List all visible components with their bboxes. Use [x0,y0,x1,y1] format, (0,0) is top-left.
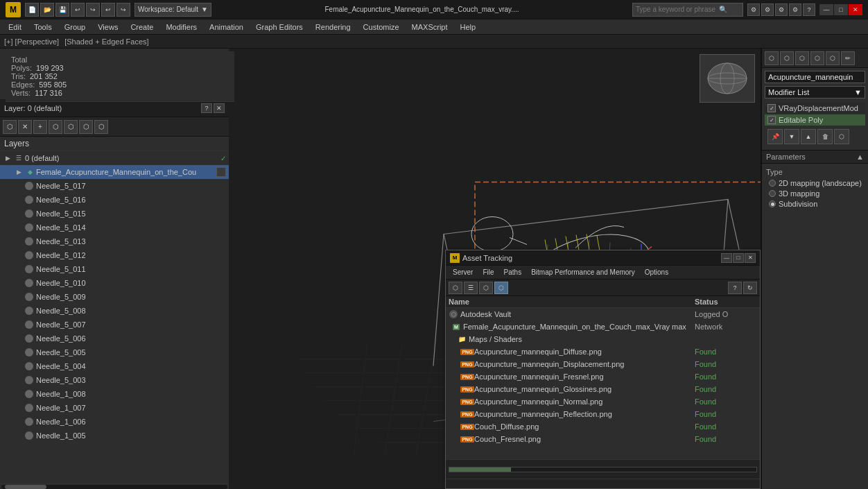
list-item[interactable]: Needle_5_008 [0,304,229,318]
menu-customize[interactable]: Customize [358,20,405,34]
r-icon-2[interactable]: ⬡ [780,51,794,65]
layers-list[interactable]: ▶ ☰ 0 (default) ✓ ▶ ◆ Female_Acupuncture… [0,151,229,483]
icon-3[interactable]: ⚙ [775,3,788,16]
search-box[interactable]: 🔍 [632,3,743,17]
list-item[interactable]: PNG Acupuncture_mannequin_Fresnel.png Fo… [446,370,760,383]
list-item[interactable]: Needle_5_011 [0,262,229,276]
asset-menu-file[interactable]: File [478,267,498,277]
layer-icon-7[interactable]: ⬡ [94,120,108,134]
radio-subdivision[interactable]: Subdivision [766,200,864,208]
list-item[interactable]: Needle_5_014 [0,221,229,234]
asset-tb-refresh[interactable]: ↻ [743,282,757,294]
list-item[interactable]: PNG Acupuncture_mannequin_Glossines.png … [446,383,760,395]
list-item[interactable]: Needle_1_007 [0,401,229,415]
list-item[interactable]: ⬡ Autodesk Vault Logged O [446,308,760,320]
menu-edit[interactable]: Edit [3,20,27,34]
radio-subdivision-circle[interactable] [769,200,776,207]
menu-graph-editors[interactable]: Graph Editors [250,20,309,34]
asset-maximize-btn[interactable]: □ [733,253,744,263]
asset-tb-1[interactable]: ⬡ [449,282,462,294]
icon-1[interactable]: ⚙ [747,3,760,16]
list-item[interactable]: Needle_5_010 [0,276,229,290]
r-icon-4[interactable]: ⬡ [810,51,824,65]
minimize-button[interactable]: — [819,4,833,15]
menu-group[interactable]: Group [59,20,92,34]
r-icon-5[interactable]: ⬡ [826,51,840,65]
workspace-dropdown[interactable]: Workspace: Default ▼ [134,3,211,17]
list-item[interactable]: PNG Acupuncture_mannequin_Reflection.png… [446,408,760,420]
r-icon-3[interactable]: ⬡ [795,51,809,65]
new-btn[interactable]: 📄 [25,3,39,17]
list-item[interactable]: Needle_5_003 [0,373,229,387]
list-item[interactable]: Needle_5_015 [0,207,229,221]
list-item[interactable]: PNG Acupuncture_mannequin_Diffuse.png Fo… [446,345,760,358]
modifier-list-item[interactable]: ✓ VRayDisplacementMod [765,103,865,114]
asset-tb-3[interactable]: ⬡ [479,282,493,294]
close-button[interactable]: ✕ [849,4,862,15]
list-item[interactable]: Needle_1_008 [0,387,229,401]
scroll-track[interactable] [1,485,227,489]
help-btn[interactable]: ? [803,3,815,16]
layer-icon-5[interactable]: ⬡ [64,120,78,134]
list-item[interactable]: Needle_5_017 [0,179,229,193]
radio-2d-circle[interactable] [769,180,776,187]
list-item[interactable]: Needle_5_004 [0,359,229,373]
menu-tools[interactable]: Tools [28,20,58,34]
r-icon-1[interactable]: ⬡ [765,51,779,65]
search-input[interactable] [636,6,719,13]
asset-menu-server[interactable]: Server [449,267,477,277]
radio-3d-circle[interactable] [769,190,776,197]
layer-icon-6[interactable]: ⬡ [79,120,93,134]
menu-rendering[interactable]: Rendering [310,20,356,34]
list-item[interactable]: 📁 Maps / Shaders [446,333,760,345]
asset-tb-help[interactable]: ? [728,282,742,294]
asset-menu-options[interactable]: Options [641,267,672,277]
viewport[interactable]: M Asset Tracking — □ ✕ Server File Paths… [229,49,761,489]
radio-3d[interactable]: 3D mapping [766,189,864,198]
layer-add-btn[interactable]: + [33,120,47,134]
open-btn[interactable]: 📂 [40,3,54,17]
list-item[interactable]: Needle_5_006 [0,332,229,345]
list-item[interactable]: PNG Couch_Diffuse.png Found [446,420,760,433]
layer-icon-1[interactable]: ⬡ [3,120,17,134]
layers-help-btn[interactable]: ? [201,103,212,113]
layer-vis-toggle[interactable] [216,167,226,177]
layer-delete-btn[interactable]: ✕ [18,120,32,134]
list-item[interactable]: Needle_5_005 [0,345,229,359]
asset-tb-4[interactable]: ⬡ [494,282,508,294]
asset-close-btn[interactable]: ✕ [745,253,756,263]
redo-btn[interactable]: ↪ [86,3,100,17]
modifier-list-item[interactable]: ✓ Editable Poly [765,114,865,126]
list-item[interactable]: Needle_5_012 [0,248,229,262]
modifier-name-box[interactable]: Acupuncture_mannequin [765,71,865,83]
mod-tool-delete[interactable]: 🗑 [817,129,833,144]
menu-animation[interactable]: Animation [204,20,249,34]
mod-tool-pin[interactable]: 📌 [767,129,783,144]
list-item[interactable]: M Female_Acupuncture_Mannequin_on_the_Co… [446,320,760,333]
layer-icon-4[interactable]: ⬡ [49,120,62,134]
mod-tool-options[interactable]: ⬡ [834,129,849,144]
save-btn[interactable]: 💾 [55,3,69,17]
menu-help[interactable]: Help [455,20,482,34]
list-item[interactable]: Needle_5_007 [0,318,229,332]
layers-close-btn[interactable]: ✕ [214,103,225,113]
asset-tb-2[interactable]: ☰ [464,282,478,294]
list-item[interactable]: PNG Couch_Fresnel.png Found [446,433,760,445]
list-item[interactable]: ▶ ◆ Female_Acupuncture_Mannequin_on_the_… [0,165,229,179]
scroll-thumb[interactable] [5,485,46,489]
list-item[interactable]: Needle_5_013 [0,234,229,248]
radio-2d[interactable]: 2D mapping (landscape) [766,179,864,187]
menu-views[interactable]: Views [92,20,123,34]
list-item[interactable]: Needle_1_005 [0,429,229,443]
icon-2[interactable]: ⚙ [761,3,774,16]
asset-minimize-btn[interactable]: — [721,253,732,263]
menu-modifiers[interactable]: Modifiers [160,20,202,34]
asset-content[interactable]: ⬡ Autodesk Vault Logged O M Female_Acupu… [446,308,760,459]
redo2-btn[interactable]: ↪ [116,3,130,17]
mod-tool-move-down[interactable]: ▼ [784,129,799,144]
modifier-checkbox[interactable]: ✓ [767,116,776,124]
modifier-checkbox[interactable]: ✓ [767,104,776,112]
layers-scrollbar[interactable] [0,483,229,489]
maximize-button[interactable]: □ [834,4,848,15]
asset-menu-paths[interactable]: Paths [500,267,526,277]
